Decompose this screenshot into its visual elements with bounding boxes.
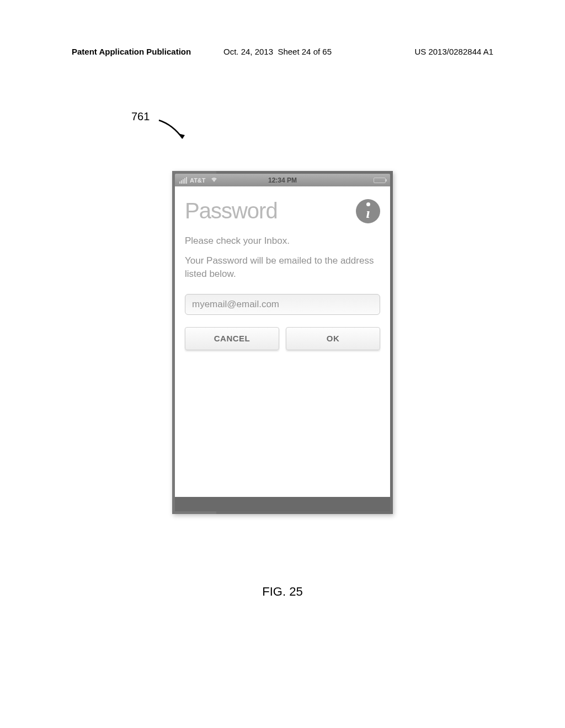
page-header: Patent Application Publication Oct. 24, … [0, 47, 565, 56]
button-row: CANCEL OK [185, 327, 380, 350]
status-time: 12:34 PM [268, 176, 297, 184]
instruction-inbox: Please check your Inbox. [185, 235, 380, 247]
reference-number: 761 [131, 110, 150, 123]
cancel-button[interactable]: CANCEL [185, 327, 279, 350]
wifi-icon [210, 176, 218, 184]
info-icon[interactable]: ı [356, 199, 380, 223]
phone-mockup: AT&T 12:34 PM Password ı Please check yo… [172, 171, 393, 514]
publication-number: US 2013/0282844 A1 [414, 47, 493, 56]
carrier-label: AT&T [190, 177, 206, 184]
app-screen: Password ı Please check your Inbox. Your… [175, 186, 390, 497]
publication-type: Patent Application Publication [72, 47, 191, 56]
phone-chrome: AT&T 12:34 PM Password ı Please check yo… [172, 171, 393, 514]
status-bar: AT&T 12:34 PM [175, 174, 390, 186]
battery-icon [374, 178, 386, 183]
page-title: Password [185, 199, 278, 223]
signal-icon [179, 177, 187, 184]
publication-date: Oct. 24, 2013 Sheet 24 of 65 [223, 47, 332, 56]
leader-arrow-icon [156, 119, 189, 144]
instruction-email: Your Password will be emailed to the add… [185, 254, 380, 281]
bottom-bar [175, 497, 390, 511]
figure-label: FIG. 25 [0, 585, 565, 599]
email-field[interactable] [185, 294, 380, 315]
ok-button[interactable]: OK [286, 327, 380, 350]
title-row: Password ı [185, 199, 380, 223]
